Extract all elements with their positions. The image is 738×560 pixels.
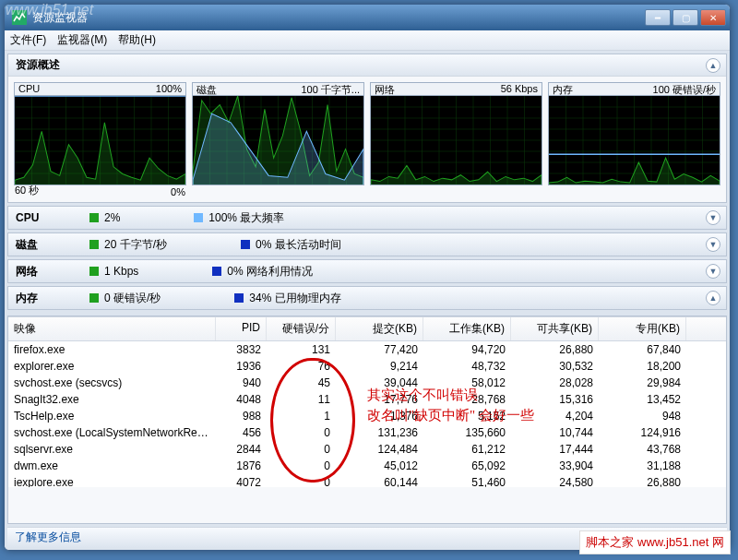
expand-icon[interactable]: ▼: [706, 237, 720, 252]
cell-image: firefox.exe: [8, 342, 216, 357]
cell-commit: 17,776: [336, 392, 423, 407]
graph-value: 100 硬错误/秒: [653, 83, 716, 95]
table-row[interactable]: sqlservr.exe 2844 0 124,484 61,212 17,44…: [8, 441, 726, 458]
metric-net[interactable]: 网络 1 Kbps 0% 网络利用情况 ▼: [7, 259, 727, 283]
swatch-icon: [194, 213, 203, 222]
graph-label: 内存: [553, 83, 573, 95]
cell-image: explorer.exe: [8, 359, 216, 374]
cell-pid: 1876: [216, 459, 267, 473]
metric-v1: 0 硬错误/秒: [104, 291, 161, 306]
cell-sh: 28,028: [511, 375, 599, 390]
cell-commit: 39,044: [336, 375, 423, 390]
cell-ws: 61,212: [423, 442, 511, 457]
table-body[interactable]: firefox.exe 3832 131 77,420 94,720 26,88…: [8, 341, 726, 487]
titlebar[interactable]: 资源监视器 ━ ▢ ✕: [5, 5, 730, 30]
cell-commit: 1,376: [336, 409, 423, 423]
table-row[interactable]: SnagIt32.exe 4048 11 17,776 28,768 15,31…: [8, 391, 726, 408]
metric-label: 内存: [16, 291, 62, 306]
overview-title: 资源概述: [16, 57, 60, 73]
swatch-icon: [234, 293, 244, 303]
graph-mem: 内存100 硬错误/秒: [548, 82, 720, 185]
graph-disk: 磁盘100 千字节...: [192, 82, 364, 185]
table-row[interactable]: svchost.exe (LocalSystemNetworkRest... 4…: [8, 424, 726, 441]
cell-image: SnagIt32.exe: [8, 392, 216, 407]
cell-image: iexplore.exe: [8, 475, 216, 487]
cell-hf: 0: [267, 442, 336, 457]
cell-image: svchost.exe (LocalSystemNetworkRest...: [8, 425, 216, 440]
expand-icon[interactable]: ▲: [706, 291, 720, 305]
col-image[interactable]: 映像: [8, 317, 216, 340]
cell-pr: 26,880: [599, 475, 686, 487]
cell-sh: 33,904: [511, 459, 599, 473]
col-commit[interactable]: 提交(KB): [336, 317, 423, 340]
cell-pid: 4048: [216, 392, 267, 407]
cell-sh: 26,880: [511, 342, 599, 357]
cell-pr: 18,200: [599, 359, 686, 374]
table-row[interactable]: explorer.exe 1936 76 9,214 48,732 30,532…: [8, 358, 726, 375]
col-private[interactable]: 专用(KB): [599, 317, 686, 340]
menu-monitor[interactable]: 监视器(M): [57, 32, 107, 48]
minimize-button[interactable]: ━: [645, 9, 671, 26]
col-workingset[interactable]: 工作集(KB): [423, 317, 511, 340]
table-row[interactable]: firefox.exe 3832 131 77,420 94,720 26,88…: [8, 341, 726, 358]
cell-ws: 94,720: [423, 342, 511, 357]
watermark-bottom-right: 脚本之家 www.jb51.net 网: [579, 530, 731, 554]
cell-pid: 2844: [216, 442, 267, 457]
cell-pid: 988: [216, 409, 267, 423]
cell-image: svchost.exe (secsvcs): [8, 375, 216, 390]
cell-hf: 131: [267, 342, 336, 357]
menu-help[interactable]: 帮助(H): [118, 32, 156, 48]
cell-ws: 48,732: [423, 359, 511, 374]
graph-cpu: CPU100% 60 秒0%: [14, 82, 186, 185]
cell-sh: 4,204: [511, 409, 599, 423]
cell-commit: 45,012: [336, 459, 423, 473]
memory-detail-panel: 映像 PID 硬错误/分 提交(KB) 工作集(KB) 可共享(KB) 专用(K…: [7, 316, 727, 524]
cell-ws: 135,660: [423, 425, 511, 440]
cell-commit: 124,484: [336, 442, 423, 457]
table-row[interactable]: TscHelp.exe 988 1 1,376 5,152 4,204 948: [8, 408, 726, 424]
cell-pid: 456: [216, 425, 267, 440]
menu-file[interactable]: 文件(F): [10, 32, 46, 48]
metric-disk[interactable]: 磁盘 20 千字节/秒 0% 最长活动时间 ▼: [7, 232, 727, 256]
cell-hf: 45: [267, 375, 336, 390]
cell-pr: 124,916: [599, 425, 686, 440]
table-row[interactable]: svchost.exe (secsvcs) 940 45 39,044 58,0…: [8, 375, 726, 391]
cell-pr: 67,840: [599, 342, 686, 357]
metric-v1: 1 Kbps: [104, 265, 138, 278]
metric-label: CPU: [16, 211, 62, 224]
graph-value: 56 Kbps: [501, 83, 538, 95]
metric-v1: 20 千字节/秒: [104, 237, 167, 253]
maximize-button[interactable]: ▢: [673, 9, 698, 26]
cell-hf: 0: [267, 425, 336, 440]
graph-label: 磁盘: [196, 83, 217, 95]
swatch-icon: [89, 293, 99, 303]
cell-pid: 4072: [216, 475, 267, 487]
expand-icon[interactable]: ▼: [706, 264, 720, 279]
cell-hf: 1: [267, 409, 336, 423]
metric-mem[interactable]: 内存 0 硬错误/秒 34% 已用物理内存 ▲: [7, 286, 727, 310]
cell-image: sqlservr.exe: [8, 442, 216, 457]
col-pid[interactable]: PID: [216, 317, 267, 340]
cell-hf: 76: [267, 359, 336, 374]
table-row[interactable]: iexplore.exe 4072 0 60,144 51,460 24,580…: [8, 474, 726, 487]
graph-footer: 60 秒: [15, 184, 39, 197]
col-shareable[interactable]: 可共享(KB): [511, 317, 599, 340]
metric-cpu[interactable]: CPU 2% 100% 最大频率 ▼: [7, 206, 727, 230]
cell-commit: 60,144: [336, 475, 423, 487]
metric-v2: 100% 最大频率: [208, 210, 284, 226]
cell-pr: 31,188: [599, 459, 686, 473]
menubar: 文件(F) 监视器(M) 帮助(H): [5, 30, 730, 51]
cell-pid: 1936: [216, 359, 267, 374]
metric-v2: 0% 最长活动时间: [256, 237, 341, 253]
col-hardfaults[interactable]: 硬错误/分: [267, 317, 336, 340]
table-row[interactable]: dwm.exe 1876 0 45,012 65,092 33,904 31,1…: [8, 458, 726, 474]
cell-image: dwm.exe: [8, 459, 216, 473]
close-button[interactable]: ✕: [700, 9, 726, 26]
graph-label: 网络: [375, 83, 395, 95]
metric-v2: 34% 已用物理内存: [249, 291, 340, 306]
cell-ws: 28,768: [423, 392, 511, 407]
expand-icon[interactable]: ▼: [706, 210, 720, 225]
collapse-icon[interactable]: ▲: [706, 58, 720, 73]
swatch-icon: [89, 267, 99, 276]
graph-value: 100%: [156, 83, 182, 95]
